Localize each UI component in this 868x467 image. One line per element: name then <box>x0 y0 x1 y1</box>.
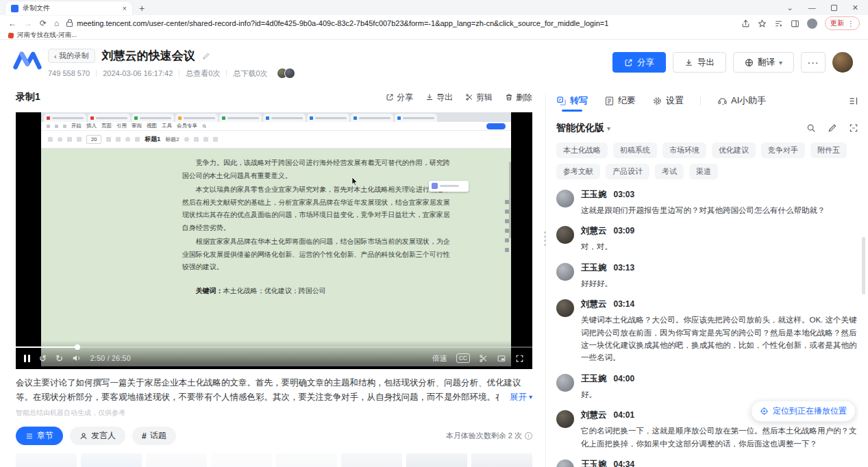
user-avatar[interactable] <box>832 52 853 73</box>
browser-tab[interactable]: 录制文件 × <box>5 1 132 15</box>
reading-list-icon[interactable] <box>774 19 783 28</box>
profile-avatar[interactable] <box>807 18 817 29</box>
more-actions-button[interactable]: ··· <box>801 52 826 73</box>
transcript-message[interactable]: 王玉婉 04:00 好。 <box>556 373 858 401</box>
pip-icon[interactable] <box>497 354 506 363</box>
editor-icon <box>55 125 58 128</box>
keyword-tag[interactable]: 竞争对手 <box>761 142 805 158</box>
progress-knob[interactable] <box>75 344 80 350</box>
new-tab-button[interactable]: + <box>139 3 145 14</box>
transcript-message[interactable]: 王玉婉 03:03 这就是跟咱们开题报告里边写的？对其他跨国公司怎么有什么帮助就… <box>556 189 858 216</box>
pause-button[interactable] <box>24 355 30 362</box>
forward-icon[interactable]: → <box>24 18 32 28</box>
captions-button[interactable]: CC <box>456 353 470 363</box>
message-timestamp[interactable]: 03:13 <box>614 263 635 273</box>
message-timestamp[interactable]: 03:09 <box>614 226 635 236</box>
keyword-tag[interactable]: 考试 <box>655 164 684 179</box>
clip-icon[interactable] <box>479 354 488 363</box>
recording-delete-button[interactable]: 删除 <box>505 92 532 103</box>
panel-scrollbar[interactable] <box>862 237 865 294</box>
transcript-message[interactable]: 刘慧云 03:14 关键词本土化战略？大公司。你应该先把跨公司放前头，就这样。O… <box>556 299 858 364</box>
share-button[interactable]: 分享 <box>612 52 666 73</box>
keyword-tag[interactable]: 附件五 <box>810 142 847 158</box>
toolbar-glyph <box>116 137 121 142</box>
window-close-icon[interactable]: ✕ <box>852 3 858 12</box>
share-page-icon[interactable] <box>741 19 750 28</box>
chrome-update-button[interactable]: 更新 ⋮ <box>825 16 860 30</box>
bookmark-item[interactable]: 河南专技在线-河南... <box>17 31 77 40</box>
transcript-message[interactable]: 王玉婉 03:13 好好好。 <box>556 262 858 290</box>
divider <box>226 70 227 77</box>
translate-button[interactable]: 翻译 ▾ <box>733 52 794 73</box>
rewind-icon[interactable]: ↺ <box>39 354 47 363</box>
transcript-message[interactable]: 王玉婉 04:34 我知道。 <box>556 459 858 467</box>
tab-settings[interactable]: 设置 <box>652 94 684 107</box>
back-to-recordings-button[interactable]: ‹ 我的录制 <box>48 49 95 63</box>
speed-button[interactable]: 倍速 <box>432 353 447 364</box>
select-text-icon[interactable] <box>849 123 858 133</box>
window-restore-icon[interactable] <box>831 5 837 11</box>
info-icon[interactable]: i <box>525 432 532 440</box>
keyword-tag[interactable]: 渠道 <box>689 164 718 179</box>
version-selector[interactable]: 智能优化版 <box>556 122 604 134</box>
topics-pill[interactable]: # 话题 <box>132 427 176 445</box>
url-text[interactable]: meeting.tencent.com/user-center/shared-r… <box>77 19 608 27</box>
keyword-tag[interactable]: 市场环境 <box>662 142 706 158</box>
chapters-pill[interactable]: 章节 <box>16 427 63 445</box>
style-heading2: 标题2 <box>165 136 179 143</box>
side-panel-icon[interactable] <box>791 19 799 28</box>
keyword-tag[interactable]: 初稿系统 <box>613 142 657 158</box>
reload-icon[interactable]: ⟳ <box>40 18 47 28</box>
keyword-tag[interactable]: 参考文献 <box>556 164 600 179</box>
chevron-left-icon: ‹ <box>54 52 57 60</box>
speaker-avatar <box>556 190 574 207</box>
tab-summary[interactable]: 纪要 <box>604 94 636 107</box>
url-box[interactable]: meeting.tencent.com/user-center/shared-r… <box>66 19 734 27</box>
back-icon[interactable]: ← <box>8 18 16 28</box>
browser-menu-icon[interactable]: ⌄ <box>787 3 793 12</box>
list-icon <box>25 432 34 440</box>
bookmark-star-icon[interactable] <box>758 19 767 28</box>
edit-title-icon[interactable] <box>202 52 210 60</box>
tab-close-icon[interactable]: × <box>123 4 127 12</box>
message-timestamp[interactable]: 03:03 <box>614 190 635 199</box>
panel-layout-icon[interactable] <box>848 96 858 106</box>
recording-export-button[interactable]: 导出 <box>425 92 453 103</box>
browser-more-icon[interactable]: ⋮ <box>847 20 854 27</box>
recording-share-button[interactable]: 分享 <box>386 92 413 103</box>
view-switcher: 章节 发言人 # 话题 本月体验次数剩余 2 次 i <box>16 427 532 445</box>
message-timestamp[interactable]: 04:34 <box>614 459 635 467</box>
keyword-tag[interactable]: 优化建议 <box>712 142 756 158</box>
search-icon[interactable] <box>806 123 816 133</box>
message-timestamp[interactable]: 03:14 <box>614 299 635 309</box>
editor-search-icon <box>202 124 207 129</box>
keyword-tag[interactable]: 本土化战略 <box>556 142 608 158</box>
expand-summary-button[interactable]: 展开 ▾ <box>499 390 532 405</box>
progress-bar[interactable] <box>16 346 532 348</box>
viewer-avatars[interactable] <box>277 68 295 79</box>
speakers-pill[interactable]: 发言人 <box>70 427 125 445</box>
panel-resize-handle[interactable] <box>544 231 546 246</box>
video-player[interactable]: 开始插入页面引用审阅视图工具会员专享 20 标题1 标题2 竞争力。因此，该战略… <box>16 112 532 369</box>
message-text: 关键词本土化战略？大公司。你应该先把跨公司放前头，就这样。OK. 这个关键词把跨… <box>581 314 858 364</box>
forward-icon[interactable]: ↻ <box>55 354 63 363</box>
fullscreen-icon[interactable] <box>515 354 524 363</box>
captured-tab-favicon <box>397 116 401 120</box>
message-timestamp[interactable]: 04:01 <box>614 410 635 420</box>
tab-transcript[interactable]: 转写 <box>556 94 588 107</box>
volume-icon[interactable] <box>72 353 82 363</box>
keyword-tag[interactable]: 产品设计 <box>606 164 649 179</box>
captured-tab-title-bar <box>227 117 259 119</box>
window-minimize-icon[interactable]: — <box>808 3 816 12</box>
tab-ai-assistant[interactable]: AI小助手 <box>717 94 766 107</box>
locate-playing-button[interactable]: 定位到正在播放位置 <box>751 401 856 422</box>
editor-menu-item: 工具 <box>162 123 172 129</box>
transcript-message[interactable]: 刘慧云 03:09 对，对。 <box>556 225 858 253</box>
home-icon[interactable]: ⌂ <box>54 18 59 28</box>
edit-icon[interactable] <box>828 123 837 133</box>
toolbar-glyph <box>203 137 208 142</box>
export-button[interactable]: 导出 <box>673 52 726 73</box>
message-timestamp[interactable]: 04:00 <box>614 374 635 383</box>
recording-clip-button[interactable]: 剪辑 <box>465 92 493 103</box>
speaker-name: 王玉婉 <box>581 459 607 467</box>
